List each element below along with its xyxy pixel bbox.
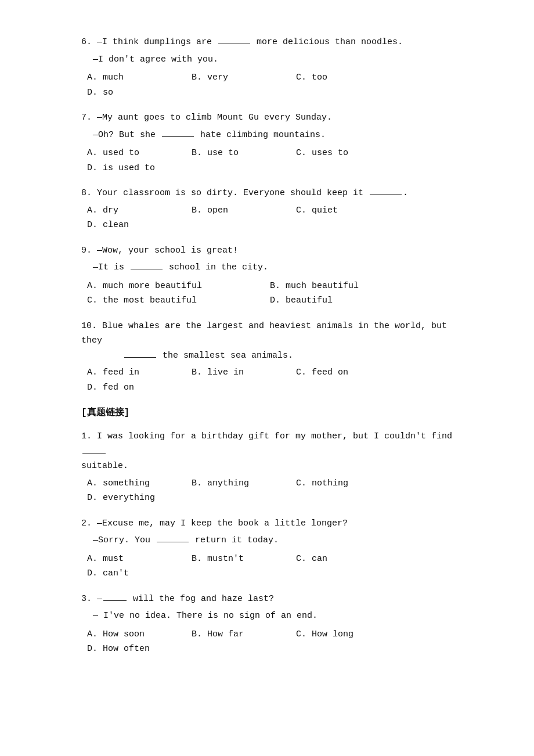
q9-options: A. much more beautiful B. much beautiful… xyxy=(87,279,453,308)
q7-optC: C. uses to xyxy=(296,146,383,161)
tq2-optA: A. must xyxy=(87,552,174,567)
q9-optB: B. much beautiful xyxy=(270,279,453,294)
q10-text: 10. Blue whales are the largest and heav… xyxy=(81,319,453,363)
tq3-blank xyxy=(103,600,127,601)
q8-optD: D. clean xyxy=(87,218,174,233)
q8-blank xyxy=(370,195,402,195)
q9-optA: A. much more beautiful xyxy=(87,279,270,294)
q8-optC: C. quiet xyxy=(296,203,383,218)
q6-optC: C. too xyxy=(296,70,383,85)
tq1-optC: C. nothing xyxy=(296,476,383,491)
q10-options: A. feed in B. live in C. feed on D. fed … xyxy=(87,365,453,395)
q9-optD: D. beautiful xyxy=(270,293,453,308)
q9-optC: C. the most beautiful xyxy=(87,293,270,308)
tq2-text: 2. —Excuse me, may I keep the book a lit… xyxy=(81,516,453,531)
tq2-optC: C. can xyxy=(296,552,383,567)
q6-options: A. much B. very C. too D. so xyxy=(87,70,453,100)
q10-blank xyxy=(124,357,156,358)
q8-optA: A. dry xyxy=(87,203,174,218)
q6-optB: B. very xyxy=(192,70,279,85)
question-7: 7. —My aunt goes to climb Mount Gu every… xyxy=(81,110,453,175)
q6-optA: A. much xyxy=(87,70,174,85)
q8-optB: B. open xyxy=(192,203,279,218)
tq3-optA: A. How soon xyxy=(87,627,174,642)
q7-sub: —Oh? But she hate climbing mountains. xyxy=(93,128,453,143)
q7-optA: A. used to xyxy=(87,146,174,161)
true-question-3: 3. — will the fog and haze last? — I've … xyxy=(81,592,453,657)
q6-sub: —I don't agree with you. xyxy=(93,52,453,67)
q10-optD: D. fed on xyxy=(87,380,174,395)
q9-text: 9. —Wow, your school is great! xyxy=(81,243,453,258)
tq1-optA: A. something xyxy=(87,476,174,491)
q8-text: 8. Your classroom is so dirty. Everyone … xyxy=(81,186,453,201)
q9-sub: —It is school in the city. xyxy=(93,260,453,275)
tq2-sub: —Sorry. You return it today. xyxy=(93,533,453,548)
q6-optD: D. so xyxy=(87,85,174,100)
question-9: 9. —Wow, your school is great! —It is sc… xyxy=(81,243,453,308)
tq3-optB: B. How far xyxy=(192,627,279,642)
tq1-options: A. something B. anything C. nothing D. e… xyxy=(87,476,453,506)
q10-optA: A. feed in xyxy=(87,365,174,380)
q9-blank xyxy=(131,269,163,269)
q6-blank xyxy=(218,44,250,44)
q7-optB: B. use to xyxy=(192,146,279,161)
tq1-optD: D. everything xyxy=(87,491,174,506)
question-8: 8. Your classroom is so dirty. Everyone … xyxy=(81,186,453,233)
tq1-optB: B. anything xyxy=(192,476,279,491)
section-header: [真题链接] xyxy=(81,405,453,421)
tq3-options: A. How soon B. How far C. How long D. Ho… xyxy=(87,627,453,657)
tq1-blank xyxy=(82,453,106,453)
q8-options: A. dry B. open C. quiet D. clean xyxy=(87,203,453,233)
q10-optB: B. live in xyxy=(192,365,279,380)
q7-options: A. used to B. use to C. uses to D. is us… xyxy=(87,146,453,175)
tq3-optD: D. How often xyxy=(87,642,174,657)
question-6: 6. —I think dumplings are more delicious… xyxy=(81,35,453,100)
q7-text: 7. —My aunt goes to climb Mount Gu every… xyxy=(81,110,453,125)
tq3-optC: C. How long xyxy=(296,627,383,642)
true-question-2: 2. —Excuse me, may I keep the book a lit… xyxy=(81,516,453,581)
q7-blank xyxy=(162,136,194,137)
q10-optC: C. feed on xyxy=(296,365,383,380)
tq2-blank xyxy=(157,542,189,542)
tq2-optB: B. mustn't xyxy=(192,552,279,567)
tq3-sub: — I've no idea. There is no sign of an e… xyxy=(93,609,453,624)
question-10: 10. Blue whales are the largest and heav… xyxy=(81,319,453,395)
tq3-text: 3. — will the fog and haze last? xyxy=(81,592,453,607)
true-question-1: 1. I was looking for a birthday gift for… xyxy=(81,429,453,506)
tq2-optD: D. can't xyxy=(87,566,174,581)
tq2-options: A. must B. mustn't C. can D. can't xyxy=(87,552,453,581)
q6-text: 6. —I think dumplings are more delicious… xyxy=(81,35,453,50)
q7-optD: D. is used to xyxy=(87,161,174,176)
tq1-text: 1. I was looking for a birthday gift for… xyxy=(81,429,453,474)
